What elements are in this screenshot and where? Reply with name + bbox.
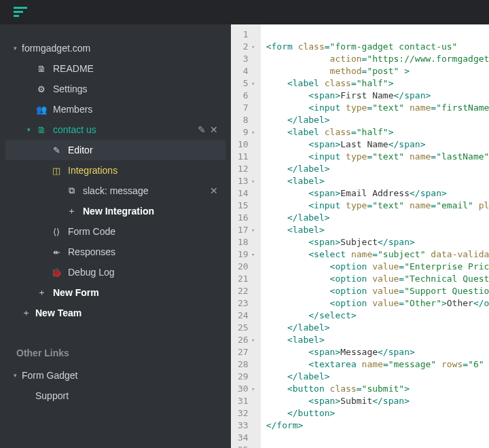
sidebar-item-form-gadget[interactable]: ▾ Form Gadget — [5, 365, 225, 386]
plus-icon: ＋ — [22, 307, 30, 319]
caret-down-icon: ▾ — [11, 372, 19, 379]
sidebar-item-editor[interactable]: ✎ Editor — [5, 140, 225, 160]
close-icon[interactable]: ✕ — [208, 124, 220, 135]
reply-icon: ↞ — [50, 247, 62, 257]
svg-rect-2 — [14, 15, 19, 17]
caret-down-icon: ▾ — [11, 45, 19, 52]
plus-icon: ＋ — [65, 205, 77, 217]
topbar — [0, 0, 489, 24]
bug-icon: 🐞 — [50, 267, 62, 278]
caret-down-icon: ▾ — [24, 126, 33, 133]
sidebar-item-members[interactable]: 👥 Members — [5, 99, 225, 119]
edit-icon[interactable]: ✎ — [196, 124, 208, 135]
sidebar-item-new-integration[interactable]: ＋ New Integration — [5, 201, 225, 221]
code-editor[interactable]: 12▾345▾6789▾10111213▾14151617▾1819▾20212… — [231, 24, 489, 448]
sidebar-item-readme[interactable]: 🗎 README — [5, 58, 225, 79]
other-links-heading: Other Links — [5, 348, 225, 365]
sidebar-item-support[interactable]: Support — [5, 386, 225, 406]
close-icon[interactable]: ✕ — [208, 185, 220, 196]
plus-icon: ＋ — [35, 286, 48, 299]
logo-icon[interactable] — [14, 7, 27, 18]
project-label: formgadget.com — [22, 43, 90, 54]
editor-code[interactable]: <form class="form-gadget contact-us" act… — [261, 24, 489, 448]
sidebar-item-debug-log[interactable]: 🐞 Debug Log — [5, 262, 225, 282]
sidebar-item-integrations[interactable]: ◫ Integrations — [5, 160, 225, 181]
gear-icon: ⚙ — [35, 84, 48, 94]
sidebar-item-contact-us[interactable]: ▾ 🗎 contact us ✎ ✕ — [5, 119, 225, 140]
sidebar-item-new-team[interactable]: ＋ New Team — [5, 303, 225, 323]
sidebar: ▾ formgadget.com 🗎 README ⚙ Settings 👥 M… — [0, 24, 231, 448]
project-root[interactable]: ▾ formgadget.com — [5, 38, 225, 58]
sidebar-item-settings[interactable]: ⚙ Settings — [5, 79, 225, 99]
code-icon: ⟨⟩ — [50, 227, 62, 237]
svg-rect-0 — [14, 7, 27, 9]
svg-rect-1 — [14, 11, 23, 13]
plug-icon: ◫ — [50, 166, 62, 176]
editor-gutter: 12▾345▾6789▾10111213▾14151617▾1819▾20212… — [231, 24, 261, 448]
file-icon: 🗎 — [35, 125, 48, 135]
users-icon: 👥 — [35, 105, 48, 115]
sidebar-item-responses[interactable]: ↞ Responses — [5, 242, 225, 262]
edit-icon: ✎ — [50, 145, 62, 155]
sidebar-item-slack-message[interactable]: ⧉ slack: message ✕ — [5, 181, 225, 201]
sidebar-item-form-code[interactable]: ⟨⟩ Form Code — [5, 221, 225, 242]
link-icon: ⧉ — [65, 185, 77, 196]
sidebar-item-new-form[interactable]: ＋ New Form — [5, 282, 225, 303]
file-icon: 🗎 — [35, 64, 48, 74]
